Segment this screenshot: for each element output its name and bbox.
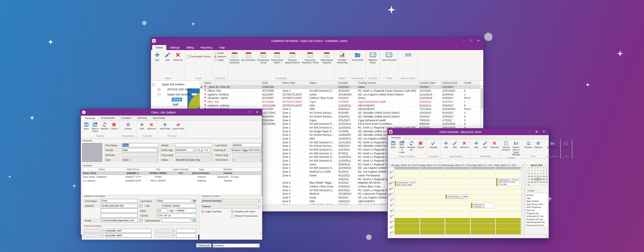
phone-number-field[interactable]: (610)480-3809	[105, 233, 152, 238]
tree-expander-icon[interactable]: -	[158, 93, 160, 96]
calendar-day-6[interactable]: 6	[536, 172, 539, 175]
contract-tab[interactable]: Contract	[525, 189, 536, 192]
ribbon-button-remove[interactable]: Remove	[489, 140, 500, 149]
column-header-name[interactable]: Name	[203, 81, 261, 85]
ribbon-button-flexible-reporting[interactable]: Flexible Reporting	[336, 51, 348, 64]
ribbon-button-kbd[interactable]	[403, 51, 414, 59]
calendar-day-28[interactable]: 28	[539, 181, 542, 183]
ribbon-button-refresh[interactable]: Refresh	[100, 121, 109, 130]
ribbon-button-save-close[interactable]: Save & Close	[397, 140, 407, 153]
calendar-day-14[interactable]: 14	[539, 175, 542, 177]
relation-type-select[interactable]: [Parent/Guardian]▾	[201, 199, 260, 203]
ribbon-button-cancel[interactable]: Cancel	[416, 140, 425, 149]
ribbon-button-reconcile-reported-times[interactable]: Reconcile Reported Times	[301, 51, 319, 64]
calendar-next-icon[interactable]: ›	[546, 164, 548, 166]
field-address-line[interactable]	[101, 214, 138, 218]
phone-type-select[interactable]: ▾	[84, 229, 104, 233]
column-header-status[interactable]: Status	[308, 81, 337, 85]
calendar-day-27[interactable]: 27	[536, 169, 539, 172]
field-client-lang[interactable]: ▾	[232, 153, 262, 157]
resize-grip[interactable]	[259, 232, 262, 234]
menu-tab-help[interactable]: Help	[216, 45, 228, 50]
phone-type-select[interactable]: ▾	[155, 229, 175, 233]
calendar-day-2[interactable]: 2	[545, 169, 548, 172]
calendar-day-8[interactable]: 8	[542, 172, 545, 175]
client-title-bar[interactable]: ● Client - Alec Baldwin – □ ✕	[81, 109, 262, 116]
maximize-button[interactable]: □	[246, 109, 253, 116]
field-middle[interactable]	[175, 143, 213, 147]
radio-large[interactable]: Large	[214, 59, 226, 61]
field-county[interactable]: CITY OF LA	[157, 214, 196, 218]
radio-medium[interactable]: Medium	[214, 55, 226, 58]
calendar-day-11[interactable]: 11	[530, 175, 533, 177]
minimize-button[interactable]: –	[460, 37, 468, 44]
ribbon-button-address-book[interactable]: Address Book	[368, 51, 378, 64]
ribbon-button-my-schedule[interactable]: My Schedule	[241, 51, 256, 61]
field-address[interactable]: 30438 WALKER RD.	[101, 204, 138, 208]
calendar-day-5[interactable]: 5	[534, 172, 536, 175]
field-tracking-id[interactable]: Simpson-Ziggy-20070331▾	[230, 148, 262, 152]
field-dob-age[interactable]: 8/16/2007▾	[175, 148, 195, 152]
calendar-day-3[interactable]: 3	[536, 184, 539, 186]
lookup-icon[interactable]: ☎	[192, 199, 196, 203]
contacts-column-main-phone[interactable]: Main Phone	[122, 168, 145, 171]
day-header-wednesday[interactable]: Wednesday, March 20, 2019	[441, 163, 467, 167]
appointment[interactable]: D.Barrymore - L.Gaga [BII-LAUSD:60R] 12:…	[446, 195, 469, 199]
calendar-day-17[interactable]: 17	[528, 178, 530, 180]
ribbon-button-add[interactable]: Add	[472, 140, 480, 149]
tab-personal[interactable]: Personal	[81, 116, 98, 120]
table-row[interactable]: ⚑Anderson, Anthony10/12/1999SGTESTCLIENT…	[200, 104, 480, 107]
calendar-day-3[interactable]: 3	[528, 172, 530, 175]
day-header-tuesday[interactable]: Tuesday, March 19, 2019	[416, 163, 441, 167]
column-header-dob[interactable]: DOB	[261, 81, 281, 85]
field-ethnicity[interactable]: ▾	[122, 153, 159, 157]
maximize-button[interactable]: ⧉	[533, 129, 540, 135]
calendar-day-21[interactable]: 21	[539, 178, 542, 180]
ribbon-button-add[interactable]: Add	[137, 121, 146, 130]
contacts-column-relation[interactable]: Relation	[213, 168, 243, 171]
field-email[interactable]: Chris.Rock@cmguardian.com	[101, 218, 138, 222]
calendar-day-23[interactable]: 23	[545, 178, 548, 180]
close-button[interactable]: ✕	[540, 129, 547, 135]
column-header-grade[interactable]: Grade	[463, 81, 479, 85]
ribbon-button-validate[interactable]: Validate	[428, 140, 438, 149]
ribbon-button-add[interactable]: Add	[152, 51, 162, 61]
field-gender[interactable]: Male▾	[122, 148, 159, 152]
ribbon-button-service-actions[interactable]: Service Actions	[502, 140, 511, 151]
ribbon-button-remove[interactable]: Remove	[146, 121, 157, 130]
ribbon-button-add-photo[interactable]: Add Photo	[159, 121, 171, 130]
client-photo-placeholder[interactable]	[82, 143, 102, 162]
calendar-day-6[interactable]: 6	[545, 184, 548, 186]
calendar-day-31[interactable]: 31	[528, 184, 530, 186]
menu-tab-billing[interactable]: Billing	[183, 45, 197, 50]
ribbon-button-remove[interactable]: Remove	[173, 51, 184, 61]
calendar-day-4[interactable]: 4	[530, 172, 533, 175]
calendar-day-20[interactable]: 20	[536, 178, 539, 180]
lookup-icon[interactable]: 🌐	[192, 219, 196, 222]
calendar-day-5[interactable]: 5	[542, 184, 545, 186]
relation-subtype-select[interactable]: Parents▾	[201, 204, 260, 209]
ribbon-button-refresh-all[interactable]: Refresh All	[407, 140, 416, 151]
field-first-name[interactable]: Chris	[101, 199, 138, 203]
ribbon-button-clinical[interactable]: Clinical	[123, 121, 132, 130]
calendar-day-2[interactable]: 2	[534, 184, 536, 186]
calendar-day-24[interactable]: 24	[528, 169, 530, 172]
menu-tab-reporting[interactable]: Reporting	[197, 45, 216, 50]
ribbon-button-selected-schedule[interactable]: Selected Schedule	[229, 51, 241, 64]
tree-expander-icon[interactable]: +	[158, 88, 160, 91]
day-column-1[interactable]	[420, 167, 446, 234]
column-header-enrolled[interactable]: Enrolled	[337, 81, 357, 85]
ribbon-button-doccenter[interactable]: DocCenter	[546, 140, 558, 149]
calendar-day-26[interactable]: 26	[534, 181, 536, 183]
ribbon-button-options[interactable]: Options	[533, 140, 543, 149]
day-header-thursday[interactable]: Thursday, March 21, 2019	[467, 163, 492, 167]
ribbon-button-edit[interactable]: Edit	[480, 140, 489, 149]
ribbon-button-save[interactable]: Save	[389, 140, 397, 149]
day-header-friday[interactable]: Friday, March 22, 2019	[492, 163, 517, 167]
sidebar-item-super-kid-centers[interactable]: -Super Kid Centers	[151, 82, 200, 87]
tab-schedule[interactable]: Schedule	[388, 135, 404, 139]
contacts-column-name[interactable]: Name	[82, 168, 122, 171]
column-header-contract-start[interactable]: Contract Start	[419, 81, 441, 85]
contact-row[interactable]: Zeta-Jones, Catherine(446)577-1777PONDIn…	[82, 175, 261, 179]
calendar-day-15[interactable]: 15	[542, 175, 545, 177]
